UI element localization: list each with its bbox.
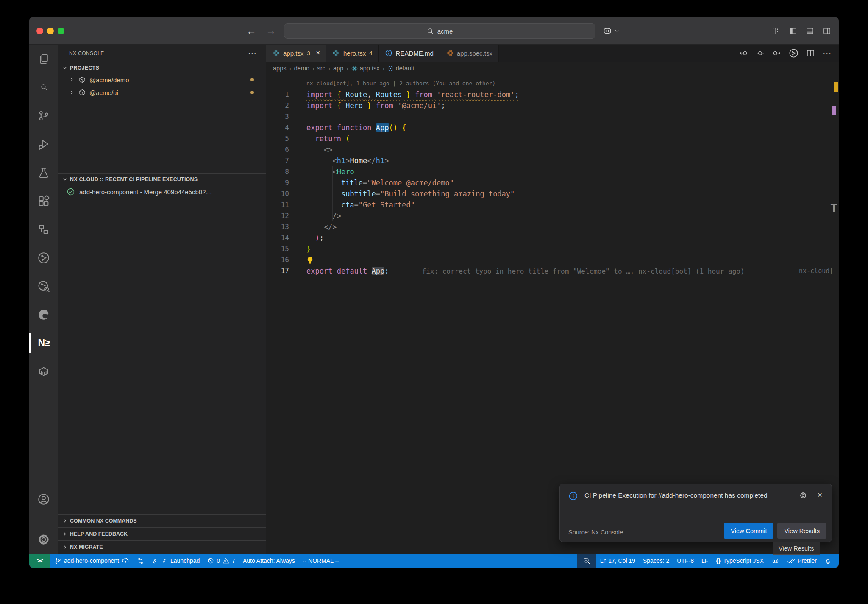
tab-label: app.tsx [283, 50, 303, 57]
maximize-window-button[interactable] [58, 28, 64, 34]
lightbulb-icon[interactable] [306, 256, 314, 264]
double-check-icon [787, 557, 795, 565]
project-item-acme-ui[interactable]: @acme/ui [58, 86, 266, 99]
code-editor[interactable]: nx-cloud[bot], 1 hour ago | 2 authors (Y… [266, 75, 839, 554]
line-number: 5 [266, 133, 289, 144]
status-remote-indicator[interactable]: >< [29, 554, 50, 568]
status-gitlens-compare[interactable] [133, 554, 148, 568]
section-help-and-feedback[interactable]: HELP AND FEEDBACK [58, 527, 266, 540]
close-tab-icon[interactable]: × [316, 49, 320, 57]
search-value: acme [437, 28, 453, 35]
status-cursor-position[interactable]: Ln 17, Col 19 [596, 554, 639, 568]
status-bar: ><add-hero-componentLaunchpad07Auto Atta… [29, 554, 839, 568]
next-change-button[interactable] [772, 49, 781, 58]
activity-testing[interactable] [29, 158, 58, 187]
react-blue-icon [272, 49, 280, 57]
status-auto-attach[interactable]: Auto Attach: Always [239, 554, 299, 568]
project-item-acme-demo[interactable]: @acme/demo [58, 73, 266, 86]
tab-app.tsx[interactable]: app.tsx3× [266, 45, 326, 62]
copilot-icon[interactable] [602, 26, 612, 36]
info-circle-icon [385, 49, 392, 57]
activity-settings[interactable] [29, 525, 58, 554]
activity-extensions[interactable] [29, 187, 58, 215]
breadcrumb-apps[interactable]: apps [273, 65, 286, 72]
activity-accounts[interactable] [29, 485, 58, 513]
view-results-button[interactable]: View Results [777, 523, 826, 539]
activity-search[interactable] [29, 73, 58, 101]
view-commit-button[interactable]: View Commit [724, 523, 773, 539]
toggle-panel-button[interactable] [806, 27, 814, 35]
more-actions-icon[interactable]: ⋯ [823, 48, 832, 58]
activity-explorer[interactable] [29, 45, 58, 73]
toggle-secondary-sidebar-button[interactable] [823, 27, 831, 35]
nx-graph-button[interactable] [789, 48, 798, 58]
section-nx-cloud[interactable]: NX CLOUD :: RECENT CI PIPELINE EXECUTION… [58, 174, 266, 185]
line-number: 11 [266, 199, 289, 210]
customize-layout-button[interactable] [772, 27, 780, 35]
minimize-window-button[interactable] [47, 28, 54, 34]
status-launchpad[interactable]: Launchpad [148, 554, 203, 568]
status-formatter[interactable]: Prettier [783, 554, 821, 568]
activity-nx-graph-search[interactable] [29, 272, 58, 300]
code-line-2: 2import { Hero } from '@acme/ui'; [266, 100, 839, 111]
status-encoding[interactable]: UTF-8 [673, 554, 698, 568]
bell-icon [824, 557, 832, 565]
line-number: 16 [266, 254, 289, 266]
breadcrumb-default[interactable]: default [387, 65, 415, 72]
status-notifications-bell[interactable] [821, 554, 835, 568]
notification-settings-icon[interactable] [799, 492, 807, 499]
status-language-mode[interactable]: {}TypeScript JSX [712, 554, 768, 568]
tab-README.md[interactable]: README.md [379, 45, 440, 62]
code-line-1: 1import { Route, Routes } from 'react-ro… [266, 89, 839, 100]
activity-nx-project-graph[interactable] [29, 243, 58, 272]
modified-dot [250, 78, 254, 81]
section-nx-migrate[interactable]: NX MIGRATE [58, 540, 266, 554]
activity-edge-tools[interactable] [29, 300, 58, 329]
status-indentation[interactable]: Spaces: 2 [639, 554, 673, 568]
notification-close-icon[interactable]: × [818, 490, 822, 500]
section-common-nx-commands[interactable]: COMMON NX COMMANDS [58, 514, 266, 527]
activity-related-projects[interactable] [29, 215, 58, 243]
activity-run-debug[interactable] [29, 130, 58, 158]
breadcrumb-src[interactable]: src [317, 65, 325, 72]
history-back-icon[interactable]: ← [246, 25, 256, 37]
toggle-primary-sidebar-button[interactable] [789, 27, 797, 35]
status-problems[interactable]: 07 [203, 554, 239, 568]
line-number: 15 [266, 243, 289, 254]
close-window-button[interactable] [36, 28, 43, 34]
breadcrumb-demo[interactable]: demo [294, 65, 309, 72]
activity-containers[interactable] [29, 357, 58, 386]
breadcrumb-app[interactable]: app [333, 65, 343, 72]
status-copilot-status[interactable] [768, 554, 783, 568]
chevron-right-icon [68, 90, 75, 95]
activity-source-control[interactable] [29, 101, 58, 130]
chevron-down-icon [62, 65, 67, 70]
breadcrumb: apps›demo›src›app›app.tsx›default [266, 62, 839, 75]
chevron-down-icon[interactable] [614, 28, 620, 34]
common-nx-commands-label: COMMON NX COMMANDS [70, 518, 137, 524]
code-line-3: 3 [266, 111, 839, 122]
status-eol[interactable]: LF [698, 554, 712, 568]
command-center-search[interactable]: acme [284, 23, 595, 39]
breadcrumb-separator: › [382, 65, 384, 72]
section-projects[interactable]: PROJECTS [58, 62, 266, 73]
tab-label: hero.tsx [343, 50, 366, 57]
previous-change-button[interactable] [739, 49, 748, 58]
status-vim-mode[interactable]: -- NORMAL -- [299, 554, 343, 568]
breadcrumb-app.tsx[interactable]: app.tsx [351, 65, 380, 72]
react-small-icon [351, 65, 358, 72]
tab-hero.tsx[interactable]: hero.tsx4 [326, 45, 379, 62]
title-bar: ← → acme [29, 17, 839, 45]
status-screencast-zoom[interactable] [577, 554, 596, 568]
cloud-upload-icon [122, 557, 129, 565]
status-git-branch[interactable]: add-hero-component [50, 554, 133, 568]
pipeline-execution-item[interactable]: add-hero-component - Merge 409b44e5cb02… [58, 185, 266, 199]
split-editor-button[interactable] [806, 49, 815, 58]
more-actions-icon[interactable]: ⋯ [248, 48, 256, 59]
gutter-indicator-button[interactable] [756, 49, 765, 58]
line-number: 14 [266, 232, 289, 243]
activity-nx-console[interactable]: N≥ [29, 329, 58, 357]
history-forward-icon[interactable]: → [266, 25, 276, 37]
search-icon [427, 28, 434, 35]
tab-app.spec.tsx[interactable]: app.spec.tsx [440, 45, 499, 62]
